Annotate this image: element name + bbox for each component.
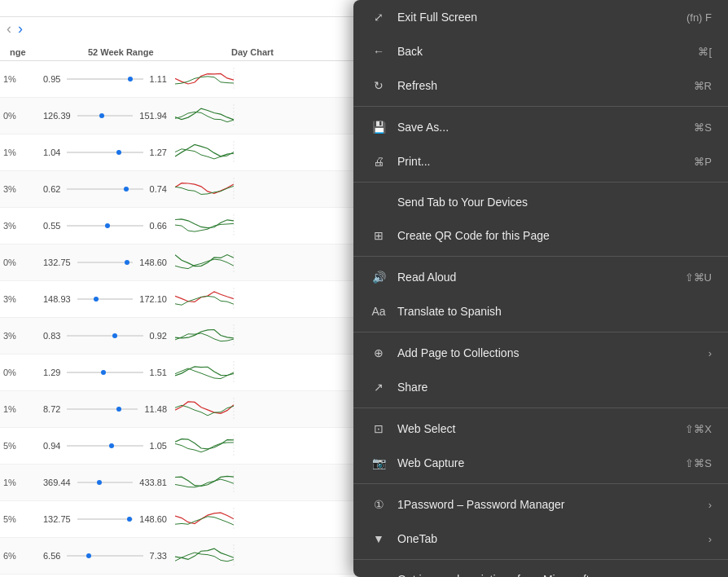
menu-item-1password[interactable]: ① 1Password – Password Manager › <box>353 487 728 522</box>
cell-chart <box>167 323 248 349</box>
menu-label: Back <box>397 45 691 58</box>
nav-forward[interactable]: › <box>18 20 23 37</box>
cell-52week: 132.75 148.60 <box>37 258 167 267</box>
table-row: 1% 369.44 433.81 <box>0 465 358 501</box>
table-row: 3% 0.62 0.74 <box>0 171 358 208</box>
menu-label: Read Aloud <box>397 271 678 284</box>
menu-item-web-select[interactable]: ⊡ Web Select ⇧⌘X <box>353 412 728 446</box>
cell-pct: 3% <box>0 331 37 341</box>
background-page: ‹ › nge 52 Week Range Day Chart 1% 0.95 … <box>0 0 358 577</box>
shortcut: ⇧⌘X <box>685 423 712 435</box>
menu-item-translate[interactable]: Aa Translate to Spanish <box>353 294 728 328</box>
menu-item-exit-fullscreen[interactable]: ⤢ Exit Full Screen (fn) F <box>353 0 728 34</box>
context-menu: ⤢ Exit Full Screen (fn) F ← Back ⌘[ ↻ Re… <box>353 0 728 577</box>
cell-pct: 3% <box>0 221 37 231</box>
menu-label: Add Page to Collections <box>397 346 702 359</box>
read-aloud-icon: 🔊 <box>370 268 388 286</box>
menu-item-image-descriptions[interactable]: Get image descriptions from Microsoft › <box>353 563 728 577</box>
refresh-icon: ↻ <box>370 77 388 95</box>
table-row: 6% 6.56 7.33 <box>0 538 358 575</box>
menu-item-save-as[interactable]: 💾 Save As... ⌘S <box>353 110 728 144</box>
exit-fullscreen-icon: ⤢ <box>370 8 388 26</box>
share-icon: ↗ <box>370 378 388 396</box>
shortcut: (fn) F <box>686 11 712 24</box>
qr-code-icon: ⊞ <box>370 227 388 244</box>
menu-label: 1Password – Password Manager <box>397 498 702 511</box>
menu-item-share[interactable]: ↗ Share <box>353 370 728 404</box>
menu-divider <box>353 559 728 560</box>
table-header: nge 52 Week Range Day Chart <box>0 41 358 61</box>
menu-label: Web Capture <box>397 456 678 469</box>
table-row: 3% 148.93 172.10 <box>0 281 358 318</box>
menu-label: Create QR Code for this Page <box>397 229 712 242</box>
table-row: 5% 132.75 148.60 <box>0 501 358 538</box>
cell-52week: 6.56 7.33 <box>37 551 167 561</box>
menu-label: Get image descriptions from Microsoft <box>397 573 702 577</box>
cell-52week: 1.29 1.51 <box>37 368 167 377</box>
cell-chart <box>167 176 248 202</box>
add-collections-icon: ⊕ <box>370 344 388 362</box>
cell-chart <box>167 543 248 569</box>
cell-chart <box>167 396 248 422</box>
menu-item-back[interactable]: ← Back ⌘[ <box>353 34 728 68</box>
menu-item-add-collections[interactable]: ⊕ Add Page to Collections › <box>353 336 728 370</box>
cell-pct: 3% <box>0 294 37 304</box>
onetab-icon: ▼ <box>370 530 388 548</box>
cell-52week: 126.39 151.94 <box>37 111 167 121</box>
menu-item-send-tab[interactable]: Send Tab to Your Devices <box>353 186 728 218</box>
table-row: 0% 126.39 151.94 <box>0 98 358 134</box>
cell-chart <box>167 103 248 129</box>
cell-chart <box>167 249 248 275</box>
shortcut: ⌘[ <box>698 46 712 58</box>
table-row: 0% 1.29 1.51 <box>0 355 358 391</box>
cell-chart <box>167 286 248 312</box>
cell-pct: 0% <box>0 111 37 121</box>
shortcut: ⌘R <box>694 80 712 92</box>
table-row: 0% 132.75 148.60 <box>0 244 358 281</box>
shortcut: ⇧⌘U <box>685 271 712 284</box>
web-capture-icon: 📷 <box>370 454 388 472</box>
menu-divider <box>353 483 728 484</box>
cell-52week: 8.72 11.48 <box>37 404 167 414</box>
cell-pct: 1% <box>0 148 37 157</box>
menu-item-qr-code[interactable]: ⊞ Create QR Code for this Page <box>353 218 728 253</box>
nav-back[interactable]: ‹ <box>7 20 11 37</box>
menu-divider <box>353 106 728 107</box>
table-row: 1% 1.04 1.27 <box>0 134 358 171</box>
chevron-icon: › <box>708 574 712 578</box>
menu-label: Translate to Spanish <box>397 305 712 318</box>
cell-chart <box>167 213 248 239</box>
header-range: nge <box>0 47 81 57</box>
print-icon: 🖨 <box>370 152 388 170</box>
menu-label: Exit Full Screen <box>397 11 680 24</box>
cell-pct: 5% <box>0 441 37 451</box>
cell-52week: 0.83 0.92 <box>37 331 167 341</box>
cell-chart <box>167 359 248 385</box>
menu-item-refresh[interactable]: ↻ Refresh ⌘R <box>353 68 728 103</box>
menu-label: Save As... <box>397 121 687 134</box>
cell-52week: 132.75 148.60 <box>37 514 167 524</box>
cell-52week: 0.55 0.66 <box>37 221 167 231</box>
cell-52week: 0.95 1.11 <box>37 74 167 84</box>
cell-pct: 3% <box>0 184 37 194</box>
menu-item-onetab[interactable]: ▼ OneTab › <box>353 522 728 556</box>
cell-pct: 1% <box>0 478 37 487</box>
shortcut: ⇧⌘S <box>685 457 712 469</box>
table-row: 1% 8.72 11.48 <box>0 391 358 428</box>
cell-chart <box>167 433 248 459</box>
menu-item-print[interactable]: 🖨 Print... ⌘P <box>353 144 728 178</box>
cell-pct: 6% <box>0 551 37 561</box>
cell-pct: 1% <box>0 74 37 84</box>
translate-icon: Aa <box>370 302 388 320</box>
cell-pct: 0% <box>0 258 37 267</box>
save-as-icon: 💾 <box>370 118 388 136</box>
menu-label: Web Select <box>397 422 678 435</box>
chevron-icon: › <box>708 533 712 545</box>
menu-item-web-capture[interactable]: 📷 Web Capture ⇧⌘S <box>353 446 728 480</box>
menu-label: OneTab <box>397 532 702 545</box>
cell-52week: 0.62 0.74 <box>37 184 167 194</box>
cell-pct: 1% <box>0 404 37 414</box>
menu-label: Share <box>397 381 712 394</box>
menu-item-read-aloud[interactable]: 🔊 Read Aloud ⇧⌘U <box>353 260 728 294</box>
menu-divider <box>353 182 728 183</box>
